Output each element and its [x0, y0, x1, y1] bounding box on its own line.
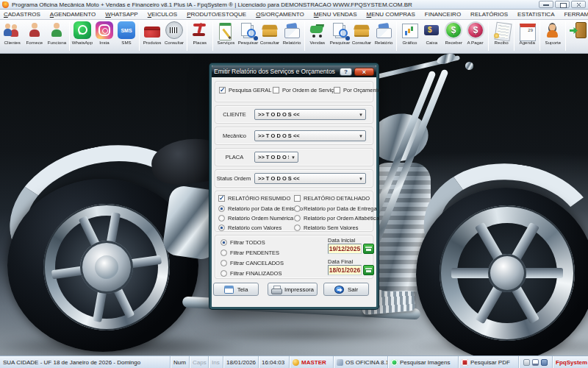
radio[interactable] — [294, 205, 301, 212]
close-button[interactable] — [571, 1, 586, 8]
status-quick-icons[interactable] — [519, 356, 553, 368]
menu-item-estatistica[interactable]: ESTATISTICA — [517, 11, 554, 18]
radio[interactable] — [218, 224, 225, 231]
toolbar-button-servicos[interactable]: Serviços — [215, 21, 237, 45]
toolbar-button-funcionario[interactable]: Funciona — [46, 21, 68, 45]
toolbar-button-pesquisar-os[interactable]: Pesquisar — [237, 21, 259, 45]
printer-icon[interactable] — [523, 359, 530, 366]
radio-filtrar-finalizados[interactable]: Filtrar FINALIZADOS — [220, 270, 282, 277]
placa-combobox[interactable]: >> T O D O S ▼ — [254, 152, 298, 163]
chevron-down-icon[interactable]: ▼ — [356, 134, 365, 138]
toolbar-button-instagram[interactable]: Insta — [93, 21, 115, 45]
toolbar-button-a-pagar[interactable]: A Pagar — [465, 21, 487, 45]
checkbox-relatorio-detalhado[interactable]: ✓ RELATÓRIO DETALHADO — [294, 195, 370, 202]
toolbar-button-suporte[interactable]: Suporte — [542, 21, 564, 45]
radio[interactable] — [218, 215, 225, 222]
radio-data-emissao[interactable]: Relatório por Data de Emissão — [218, 205, 303, 212]
sms-icon: SMS — [118, 21, 135, 39]
radio-com-valores[interactable]: Relatório com Valores — [218, 224, 282, 231]
radio[interactable] — [220, 250, 227, 256]
data-final-input[interactable]: 18/01/2026 — [328, 265, 362, 275]
toolbar-label: Clientes — [4, 40, 21, 45]
radio-ordem-alfabetica[interactable]: Relatório por Ordem Alfabética — [294, 215, 379, 222]
checkbox-por-orcamento[interactable]: ✓ Por Orçamento — [334, 87, 381, 93]
menu-item-whatsapp[interactable]: WHATSAPP — [105, 11, 137, 18]
radio[interactable] — [294, 224, 301, 231]
toolbar-button-produtos[interactable]: Produtos — [141, 21, 163, 45]
toolbar-button-caixa[interactable]: Caixa — [420, 21, 442, 45]
menu-item-produto-estoque[interactable]: PRODUTO/ESTOQUE — [187, 11, 246, 18]
network-icon[interactable] — [541, 359, 548, 366]
dollar-green-icon — [445, 21, 462, 39]
menu-item-financeiro[interactable]: FINANCEIRO — [425, 11, 461, 18]
chevron-down-icon[interactable]: ▼ — [356, 113, 365, 117]
dialog-title-bar[interactable]: Emitir Relatório dos Serviços e Orçament… — [212, 66, 376, 77]
toolbar-button-placas[interactable]: Placas — [189, 21, 211, 45]
toolbar-separator — [304, 21, 305, 51]
checkbox-relatorio-resumido[interactable]: ✓ RELATÓRIO RESUMIDO — [218, 195, 290, 202]
checkbox-por-ordem-servico[interactable]: ✓ Por Ordem de Serviço — [273, 87, 337, 93]
cliente-combobox[interactable]: >> T O D O S << ▼ — [254, 109, 366, 120]
toolbar-label: Insta — [99, 40, 109, 45]
radio[interactable] — [220, 260, 227, 266]
sair-button[interactable]: Sair — [323, 283, 369, 296]
menu-item-agendamento[interactable]: AGENDAMENTO — [50, 11, 96, 18]
status-ordem-combobox[interactable]: >> T O D O S << ▼ — [254, 173, 366, 184]
menu-item-veiculos[interactable]: VEICULOS — [148, 11, 177, 18]
toolbar-button-consultar-produtos[interactable]: Consultar — [163, 21, 185, 45]
toolbar-button-grafico[interactable]: Gráfico — [398, 21, 420, 45]
menu-item-os-orcamento[interactable]: OS/ORÇAMENTO — [256, 11, 304, 18]
menu-item-cadastros[interactable]: CADASTROS — [4, 11, 40, 18]
radio-sem-valores[interactable]: Relatório Sem Valores — [294, 224, 358, 231]
toolbar-button-vendas[interactable]: Vendas — [306, 21, 329, 45]
toolbar-button-relatorio-vendas[interactable]: Relatório — [373, 21, 395, 45]
status-search-images[interactable]: Pesquisar Imagens — [388, 356, 459, 368]
menu-item-relatorios[interactable]: RELATÓRIOS — [470, 11, 508, 18]
checkbox-pesquisa-geral[interactable]: ✓ Pesquisa GERAL — [219, 87, 271, 93]
toolbar-button-clientes[interactable]: Clientes — [1, 21, 24, 45]
checkbox[interactable]: ✓ — [219, 87, 226, 93]
radio[interactable] — [220, 239, 227, 246]
toolbar-button-relatorio-os[interactable]: Relatório — [281, 21, 303, 45]
toolbar-button-recibo[interactable]: Recibo — [490, 21, 512, 45]
chevron-down-icon[interactable]: ▼ — [289, 155, 298, 160]
checkbox[interactable]: ✓ — [273, 87, 279, 93]
radio[interactable] — [220, 270, 227, 277]
radio-filtrar-cancelados[interactable]: Filtrar CANCELADOS — [220, 260, 284, 266]
checkbox[interactable]: ✓ — [294, 195, 301, 202]
menu-item-menu-compras[interactable]: MENU COMPRAS — [367, 11, 415, 18]
toolbar-button-pesquisar-vendas[interactable]: Pesquisar — [329, 21, 351, 45]
calendar-picker-end-button[interactable] — [363, 265, 374, 275]
radio[interactable] — [218, 205, 225, 212]
radio-data-entrega[interactable]: Relatório por Data de Entrega — [294, 205, 377, 212]
impressora-button[interactable]: Impressora — [268, 283, 318, 296]
toolbar-button-agenda[interactable]: 29Agenda — [516, 21, 538, 45]
toolbar-button-sair[interactable] — [567, 21, 588, 40]
status-search-pdf[interactable]: Pesquisar PDF — [459, 356, 519, 368]
toolbar-button-sms[interactable]: SMSSMS — [115, 21, 137, 45]
menu-item-ferramentas[interactable]: FERRAMENTAS — [564, 11, 588, 18]
tela-button[interactable]: Tela — [213, 283, 259, 296]
monitor-icon[interactable] — [532, 359, 539, 366]
toolbar-button-consultar-os[interactable]: Consultar — [259, 21, 281, 45]
toolbar-button-receber[interactable]: Receber — [442, 21, 465, 45]
calendar-picker-start-button[interactable] — [363, 244, 374, 254]
toolbar-button-consultar-vendas[interactable]: Consultar — [351, 21, 373, 45]
radio-ordem-numerica[interactable]: Relatório Ordem Numérica — [218, 215, 293, 222]
checkbox[interactable]: ✓ — [334, 87, 340, 93]
toolbar-button-whatsapp[interactable]: WhatsApp — [71, 21, 93, 45]
dialog-help-button[interactable]: ? — [340, 68, 352, 76]
restore-button[interactable] — [555, 1, 570, 8]
toolbar-button-fornecedor[interactable]: Fornece — [24, 21, 46, 45]
chevron-down-icon[interactable]: ▼ — [356, 177, 365, 181]
radio[interactable] — [294, 215, 301, 222]
menu-item-menu-vendas[interactable]: MENU VENDAS — [314, 11, 357, 18]
dialog-close-button[interactable]: × — [354, 68, 374, 76]
mecanico-combobox[interactable]: >> T O D O S << ▼ — [254, 130, 366, 141]
data-inicial-input[interactable]: 19/12/2025 — [328, 244, 362, 254]
radio-filtrar-pendentes[interactable]: Filtrar PENDENTES — [220, 250, 279, 256]
checkbox[interactable]: ✓ — [218, 195, 225, 202]
radio-filtrar-todos[interactable]: Filtrar TODOS — [220, 239, 265, 246]
toolbar-separator — [396, 21, 397, 51]
minimize-button[interactable] — [539, 1, 553, 8]
